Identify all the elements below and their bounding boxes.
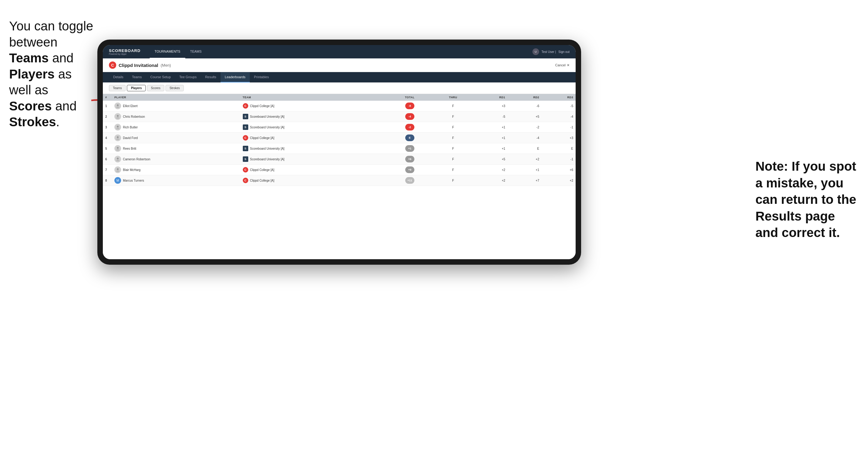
rd3-cell: -4 <box>541 111 576 122</box>
col-rank: # <box>103 94 112 101</box>
total-badge: +1 <box>405 145 414 152</box>
right-annotation: Note: If you spot a mistake, you can ret… <box>755 158 859 241</box>
team-cell: C Clippd College [A] <box>240 164 387 175</box>
table-row: 4 David Ford C Clippd College [A] E F +1… <box>103 133 576 143</box>
player-cell: Blair McHarg <box>112 164 240 175</box>
total-badge: +11 <box>405 177 414 184</box>
player-name: Elliot Ebert <box>123 104 137 108</box>
rd1-cell: -5 <box>474 111 508 122</box>
team-logo-icon: C <box>243 135 248 141</box>
team-cell: C Clippd College [A] <box>240 175 387 186</box>
team-name: Clippd College [A] <box>250 168 274 172</box>
svg-point-4 <box>116 117 119 119</box>
total-cell: +9 <box>387 164 433 175</box>
svg-point-3 <box>117 115 119 117</box>
toggle-scores[interactable]: Scores <box>147 85 164 91</box>
rd2-cell: -6 <box>508 101 542 111</box>
col-rd1: RD1 <box>474 94 508 101</box>
rd2-cell: +1 <box>508 164 542 175</box>
team-name: Clippd College [A] <box>250 136 274 139</box>
logo-area: SCOREBOARD Powered by clippd <box>109 49 141 55</box>
table-row: 3 Rich Butler S Scoreboard University [A… <box>103 122 576 133</box>
table-header-row: # PLAYER TEAM TOTAL THRU RD1 RD2 RD3 <box>103 94 576 101</box>
player-cell: Chris Robertson <box>112 111 240 122</box>
player-avatar: M <box>114 177 121 184</box>
nav-links: TOURNAMENTS TEAMS <box>150 45 532 58</box>
svg-point-1 <box>117 104 119 106</box>
bold-players: Players <box>9 67 55 81</box>
tab-tee-groups[interactable]: Tee Groups <box>175 72 201 83</box>
team-cell: C Clippd College [A] <box>240 133 387 143</box>
rd1-cell: +1 <box>474 122 508 133</box>
thru-cell: F <box>433 122 474 133</box>
logo-text: SCOREBOARD <box>109 49 141 53</box>
rd2-cell: -4 <box>508 133 542 143</box>
total-badge: +6 <box>405 156 414 162</box>
total-cell: E <box>387 133 433 143</box>
total-badge: +9 <box>405 166 414 173</box>
svg-point-6 <box>116 128 119 129</box>
rd2-cell: +2 <box>508 154 542 164</box>
tab-teams[interactable]: Teams <box>128 72 146 83</box>
total-badge: -8 <box>405 102 414 109</box>
rd3-cell: E <box>541 143 576 154</box>
tablet-frame: SCOREBOARD Powered by clippd TOURNAMENTS… <box>97 39 581 265</box>
svg-point-8 <box>116 138 119 140</box>
rd1-cell: +1 <box>474 143 508 154</box>
total-cell: -8 <box>387 101 433 111</box>
rd3-cell: -1 <box>541 154 576 164</box>
tab-course-setup[interactable]: Course Setup <box>146 72 175 83</box>
rank: 8 <box>103 175 112 186</box>
team-logo-icon: C <box>243 167 248 173</box>
svg-point-5 <box>117 126 119 127</box>
tournament-name: Clippd Invitational <box>119 63 158 68</box>
rd2-cell: +5 <box>508 111 542 122</box>
team-name: Scoreboard University [A] <box>250 147 284 150</box>
rd1-cell: +5 <box>474 154 508 164</box>
team-name: Scoreboard University [A] <box>250 115 284 118</box>
team-name: Clippd College [A] <box>250 179 274 182</box>
total-cell: -4 <box>387 111 433 122</box>
nav-link-tournaments[interactable]: TOURNAMENTS <box>150 45 185 58</box>
toggle-teams[interactable]: Teams <box>109 85 126 91</box>
tab-results[interactable]: Results <box>201 72 221 83</box>
rd2-cell: +7 <box>508 175 542 186</box>
rd1-cell: +1 <box>474 133 508 143</box>
bold-scores: Scores <box>9 99 52 113</box>
rank: 4 <box>103 133 112 143</box>
player-cell: M Marcus Turners <box>112 175 240 186</box>
table-row: 7 Blair McHarg C Clippd College [A] +9 F… <box>103 164 576 175</box>
col-team: TEAM <box>240 94 387 101</box>
players-table: # PLAYER TEAM TOTAL THRU RD1 RD2 RD3 1 <box>103 94 576 186</box>
rank: 6 <box>103 154 112 164</box>
player-name: Marcus Turners <box>123 179 144 182</box>
tab-leaderboards[interactable]: Leaderboards <box>221 72 250 83</box>
rank: 3 <box>103 122 112 133</box>
player-avatar <box>114 145 121 152</box>
tab-details[interactable]: Details <box>109 72 128 83</box>
player-cell: David Ford <box>112 133 240 143</box>
rd1-cell: +3 <box>474 101 508 111</box>
player-cell: Elliot Ebert <box>112 101 240 111</box>
rank: 5 <box>103 143 112 154</box>
svg-point-11 <box>117 158 119 159</box>
total-cell: +11 <box>387 175 433 186</box>
rank: 2 <box>103 111 112 122</box>
rd1-cell: +2 <box>474 175 508 186</box>
player-cell: Cameron Robertson <box>112 154 240 164</box>
team-logo-icon: C <box>243 103 248 108</box>
player-avatar <box>114 113 121 120</box>
signout-link[interactable]: Sign out <box>558 50 569 54</box>
logo-sub: Powered by clippd <box>109 53 141 55</box>
bold-strokes: Strokes <box>9 115 56 129</box>
left-annotation: You can toggle between Teams and Players… <box>9 18 94 130</box>
nav-link-teams[interactable]: TEAMS <box>185 45 207 58</box>
toggle-players[interactable]: Players <box>127 85 146 91</box>
total-badge: -2 <box>405 124 414 130</box>
toggle-strokes[interactable]: Strokes <box>165 85 184 91</box>
cancel-button[interactable]: Cancel ✕ <box>555 63 569 67</box>
tab-printables[interactable]: Printables <box>250 72 273 83</box>
player-avatar <box>114 124 121 130</box>
tablet-screen: SCOREBOARD Powered by clippd TOURNAMENTS… <box>103 45 576 259</box>
total-cell: +1 <box>387 143 433 154</box>
